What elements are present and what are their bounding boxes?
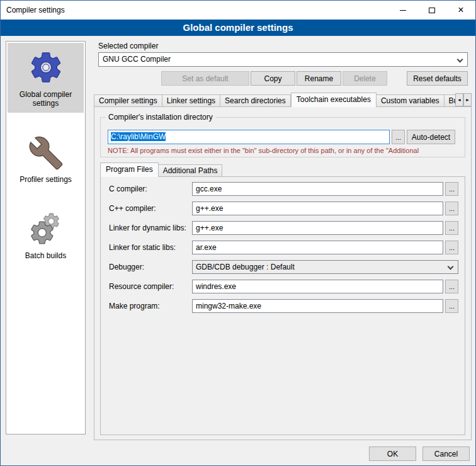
rename-button[interactable]: Rename [297,71,341,86]
make-program-browse-button[interactable]: ... [445,299,458,313]
linker-dynamic-value: g++.exe [196,224,223,232]
compiler-settings-dialog: Compiler settings × Global compiler sett… [0,0,476,466]
settings-sidebar: Global compiler settings Profiler settin… [6,41,86,435]
cpp-compiler-value: g++.exe [196,204,223,213]
c-compiler-label: C compiler: [109,182,191,196]
resource-compiler-value: windres.exe [196,282,236,291]
chevron-down-icon [448,264,454,270]
debugger-label: Debugger: [109,260,191,274]
c-compiler-value: gcc.exe [196,185,222,193]
selected-compiler-value: GNU GCC Compiler [103,55,171,64]
selected-compiler-label: Selected compiler [98,42,158,50]
linker-dynamic-browse-button[interactable]: ... [445,221,458,235]
copy-button[interactable]: Copy [251,71,295,86]
subtab-program-files[interactable]: Program Files [100,162,159,177]
debugger-combobox[interactable]: GDB/CDB debugger : Default [192,260,458,274]
installation-directory-legend: Compiler's installation directory [106,113,215,122]
installation-directory-selected-text: C:\raylib\MinGW [111,132,166,141]
chevron-down-icon [457,57,463,63]
tab-scroll-left-button[interactable]: ◄ [455,93,463,106]
titlebar: Compiler settings × [1,1,475,20]
tab-toolchain-executables[interactable]: Toolchain executables [291,93,377,107]
linker-static-browse-button[interactable]: ... [445,241,458,254]
minimize-icon [400,10,406,11]
resource-compiler-browse-button[interactable]: ... [445,280,458,293]
linker-dynamic-input[interactable]: g++.exe [192,221,443,235]
installation-directory-input[interactable]: C:\raylib\MinGW [108,130,390,144]
window-title: Compiler settings [6,1,65,20]
minimize-button[interactable] [388,1,417,20]
tab-search-directories[interactable]: Search directories [220,94,291,106]
c-compiler-input[interactable]: gcc.exe [192,182,443,196]
linker-dynamic-label: Linker for dynamic libs: [109,221,191,235]
make-program-label: Make program: [109,299,191,313]
reset-defaults-button[interactable]: Reset defaults [407,71,468,86]
delete-button[interactable]: Delete [343,71,387,86]
installation-directory-browse-button[interactable]: ... [392,130,405,144]
sidebar-item-batch-builds[interactable]: Batch builds [8,205,84,265]
tab-custom-variables[interactable]: Custom variables [377,94,445,106]
ok-button[interactable]: OK [369,446,416,461]
make-program-input[interactable]: mingw32-make.exe [192,299,443,313]
compiler-tabs: Compiler settings Linker settings Search… [94,93,455,107]
selected-compiler-combobox[interactable]: GNU GCC Compiler [98,52,468,67]
linker-static-value: ar.exe [196,243,217,252]
make-program-value: mingw32-make.exe [196,302,261,310]
sidebar-item-label: Global compiler settings [9,90,82,108]
page-title: Global compiler settings [1,20,475,36]
linker-static-label: Linker for static libs: [109,241,191,254]
subtab-additional-paths[interactable]: Additional Paths [159,164,223,176]
debugger-value: GDB/CDB debugger : Default [196,263,295,271]
c-compiler-browse-button[interactable]: ... [445,182,458,196]
close-icon: × [458,5,463,15]
gear-blue-icon [28,49,64,86]
bin-subdirectory-note: NOTE: All programs must exist either in … [108,147,464,154]
maximize-button[interactable] [417,1,446,20]
resource-compiler-label: Resource compiler: [109,280,191,293]
sidebar-item-label: Batch builds [25,251,66,260]
auto-detect-button[interactable]: Auto-detect [407,130,455,144]
cpp-compiler-label: C++ compiler: [109,202,191,215]
cancel-button[interactable]: Cancel [422,446,470,461]
sidebar-item-global-compiler-settings[interactable]: Global compiler settings [8,43,84,113]
gears-gray-icon [28,212,64,247]
profiler-tool-icon [28,135,64,171]
cpp-compiler-browse-button[interactable]: ... [445,202,458,215]
maximize-icon [429,8,435,13]
cpp-compiler-input[interactable]: g++.exe [192,202,443,215]
linker-static-input[interactable]: ar.exe [192,241,443,254]
tab-compiler-settings[interactable]: Compiler settings [94,94,162,106]
resource-compiler-input[interactable]: windres.exe [192,280,443,293]
tab-build-options-clipped[interactable]: Buil [445,94,455,106]
sidebar-item-label: Profiler settings [20,175,72,184]
tab-scroll-right-button[interactable]: ► [463,93,472,106]
close-button[interactable]: × [446,1,475,20]
sidebar-item-profiler-settings[interactable]: Profiler settings [8,129,84,189]
set-as-default-button[interactable]: Set as default [161,71,249,86]
tab-linker-settings[interactable]: Linker settings [162,94,220,106]
program-files-tabs: Program Files Additional Paths [100,162,465,177]
